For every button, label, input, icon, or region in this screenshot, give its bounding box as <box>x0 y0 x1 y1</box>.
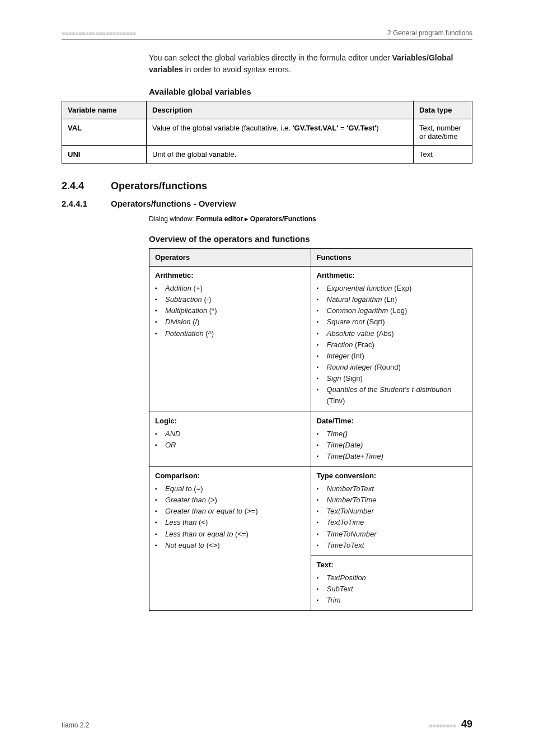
list-item: TextPosition <box>317 572 467 584</box>
gv-val-name: VAL <box>62 119 147 146</box>
list-item: Integer (Int) <box>317 351 467 362</box>
list-item: Greater than (>) <box>155 494 305 506</box>
ops-caption: Overview of the operators and functions <box>149 234 472 244</box>
intro-text-c: in order to avoid syntax errors. <box>183 65 291 74</box>
list-item: Division (/) <box>155 316 305 328</box>
list-item: Exponential function (Exp) <box>317 283 467 294</box>
intro-text-a: You can select the global variables dire… <box>149 53 392 62</box>
list-item: TimeToText <box>317 540 467 551</box>
list-item: Round integer (Round) <box>317 362 467 373</box>
table-row: Comparison: Equal to (=)Greater than (>)… <box>149 466 472 556</box>
list-item: Natural logarithm (Ln) <box>317 294 467 305</box>
list-item: Not equal to (<>) <box>155 540 305 551</box>
list-item: Subtraction (-) <box>155 294 305 305</box>
list-item: Square root (Sqrt) <box>317 316 467 328</box>
list-item: AND <box>155 428 305 440</box>
list-item: Time(Date+Time) <box>317 451 467 462</box>
footer-left: tiamo 2.2 <box>62 721 89 729</box>
gv-uni-type: Text <box>414 146 472 164</box>
list-item: TimeToNumber <box>317 529 467 540</box>
list-item: Fraction (Frac) <box>317 339 467 351</box>
gv-uni-desc: Unit of the global variable. <box>147 146 414 164</box>
gv-table: Variable name Description Data type VAL … <box>62 101 472 164</box>
table-row: VAL Value of the global variable (facult… <box>62 119 472 146</box>
typeconv-funcs-list: NumberToTextNumberToTimeTextToNumberText… <box>317 483 467 551</box>
comp-ops-list: Equal to (=)Greater than (>)Greater than… <box>155 483 305 551</box>
ops-comp-cell: Comparison: Equal to (=)Greater than (>)… <box>149 466 311 610</box>
funcs-text-cell: Text: TextPositionSubTextTrim <box>311 556 472 610</box>
list-item: Quantiles of the Student's t-distributio… <box>317 384 467 407</box>
gv-caption: Available global variables <box>149 87 472 96</box>
datetime-funcs-list: Time()Time(Date)Time(Date+Time) <box>317 428 467 462</box>
arith-ops-list: Addition (+)Subtraction (-)Multiplicatio… <box>155 283 305 339</box>
gv-th-name: Variable name <box>62 101 147 119</box>
header-rule <box>62 39 472 40</box>
gv-th-type: Data type <box>414 101 472 119</box>
list-item: Greater than or equal to (>=) <box>155 506 305 517</box>
list-item: Multiplication (*) <box>155 305 305 316</box>
ops-arith-cell: Arithmetic: Addition (+)Subtraction (-)M… <box>149 267 311 412</box>
list-item: Absolute value (Abs) <box>317 328 467 339</box>
table-row: Arithmetic: Addition (+)Subtraction (-)M… <box>149 267 472 412</box>
ops-th-functions: Functions <box>311 249 472 267</box>
header-blocks: ■■■■■■■■■■■■■■■■■■■■■■ <box>62 30 136 36</box>
list-item: Addition (+) <box>155 283 305 294</box>
table-row: UNI Unit of the global variable. Text <box>62 146 472 164</box>
list-item: Time() <box>317 428 467 440</box>
list-item: SubText <box>317 584 467 595</box>
header-chapter: 2 General program functions <box>387 29 472 37</box>
list-item: Sign (Sign) <box>317 373 467 384</box>
funcs-datetime-cell: Date/Time: Time()Time(Date)Time(Date+Tim… <box>311 412 472 466</box>
gv-val-desc: Value of the global variable (facultativ… <box>147 119 414 146</box>
list-item: Common logarithm (Log) <box>317 305 467 316</box>
logic-ops-list: ANDOR <box>155 428 305 451</box>
intro-paragraph: You can select the global variables dire… <box>149 52 472 76</box>
funcs-arith-cell: Arithmetic: Exponential function (Exp)Na… <box>311 267 472 412</box>
list-item: Less than or equal to (<=) <box>155 529 305 540</box>
list-item: NumberToTime <box>317 494 467 506</box>
list-item: Time(Date) <box>317 440 467 451</box>
list-item: Equal to (=) <box>155 483 305 494</box>
table-row: Logic: ANDOR Date/Time: Time()Time(Date)… <box>149 412 472 466</box>
text-funcs-list: TextPositionSubTextTrim <box>317 572 467 606</box>
subsection-heading: 2.4.4.1Operators/functions - Overview <box>62 199 472 208</box>
list-item: TextToTime <box>317 517 467 528</box>
dialog-path: Dialog window: Formula editor ▸ Operator… <box>149 215 472 223</box>
list-item: Potentiation (^) <box>155 328 305 339</box>
gv-th-desc: Description <box>147 101 414 119</box>
ops-th-operators: Operators <box>149 249 311 267</box>
footer-right: ■■■■■■■■ 49 <box>429 718 472 730</box>
list-item: Trim <box>317 595 467 606</box>
gv-uni-name: UNI <box>62 146 147 164</box>
ops-table: Operators Functions Arithmetic: Addition… <box>149 248 472 611</box>
list-item: NumberToText <box>317 483 467 494</box>
section-heading: 2.4.4Operators/functions <box>62 180 472 192</box>
arith-funcs-list: Exponential function (Exp)Natural logari… <box>317 283 467 407</box>
ops-logic-cell: Logic: ANDOR <box>149 412 311 466</box>
list-item: OR <box>155 440 305 451</box>
funcs-typeconv-cell: Type conversion: NumberToTextNumberToTim… <box>311 466 472 556</box>
list-item: TextToNumber <box>317 506 467 517</box>
list-item: Less than (<) <box>155 517 305 528</box>
gv-val-type: Text, number or date/time <box>414 119 472 146</box>
